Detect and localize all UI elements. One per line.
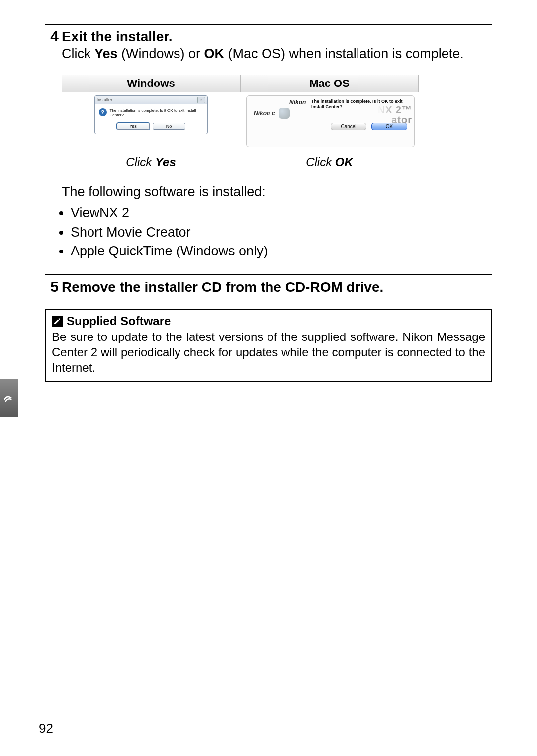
mac-app-icon <box>279 108 290 119</box>
step4-desc-mid2: (Mac OS) when installation is com <box>224 46 431 61</box>
mac-click-bold: OK <box>335 155 353 168</box>
installed-list: ViewNX 2 Short Movie Creator Apple Quick… <box>62 204 492 260</box>
installed-lead: The following software is installed: <box>62 183 492 201</box>
connection-icon <box>2 392 15 405</box>
windows-shot: Installer × ? The installation is comple… <box>62 92 240 151</box>
windows-click-bold: Yes <box>155 155 176 168</box>
step-5: 5 Remove the installer CD from the CD-RO… <box>45 274 492 295</box>
question-icon: ? <box>99 108 107 116</box>
step4-desc-prefix: Click <box>62 46 94 61</box>
windows-close-button[interactable]: × <box>197 97 205 103</box>
step-4: 4 Exit the installer. Click Yes (Windows… <box>45 24 492 63</box>
page: 4 Exit the installer. Click Yes (Windows… <box>0 0 537 756</box>
mac-cancel-button[interactable]: Cancel <box>331 123 366 130</box>
windows-yes-button[interactable]: Yes <box>117 123 150 130</box>
step-4-number: 4 <box>45 28 59 45</box>
pencil-icon <box>52 316 63 327</box>
mac-shot: Nikon The installation is complete. Is i… <box>240 92 419 151</box>
mac-ghost-line1: NX 2™ <box>378 105 412 115</box>
installed-item-3: Apple QuickTime (Windows only) <box>71 242 492 260</box>
step4-desc-mid1: (Windows) or <box>118 46 204 61</box>
installed-software-section: The following software is installed: Vie… <box>62 183 492 260</box>
windows-click-caption: Click Yes <box>126 155 176 169</box>
step-5-title: Remove the installer CD from the CD-ROM … <box>62 279 383 295</box>
mac-installer-dialog: Nikon The installation is complete. Is i… <box>246 95 415 147</box>
mac-brand-small: Nikon c <box>254 110 275 117</box>
windows-dialog-message: The installation is complete. Is it OK t… <box>110 108 204 118</box>
mac-header: Mac OS <box>240 75 419 92</box>
mac-click-text: Click <box>306 155 335 168</box>
windows-dialog-title: Installer <box>97 97 113 102</box>
step-5-number: 5 <box>45 278 59 295</box>
mac-column: Mac OS Nikon The installation is complet… <box>240 75 419 169</box>
mac-brand-top: Nikon <box>289 99 306 106</box>
supplied-software-note: Supplied Software Be sure to update to t… <box>45 309 492 383</box>
windows-click-text: Click <box>126 155 155 168</box>
windows-column: Windows Installer × ? The installation i… <box>62 75 240 169</box>
mac-ok-button[interactable]: OK <box>371 123 407 130</box>
section-tab <box>0 379 18 417</box>
page-number: 92 <box>39 721 53 736</box>
mac-click-caption: Click OK <box>306 155 353 169</box>
installed-item-2: Short Movie Creator <box>71 223 492 241</box>
step4-desc-ok: OK <box>204 46 225 61</box>
mac-background-ghost: NX 2™ ator <box>378 105 412 125</box>
step4-desc-suffix: plete. <box>431 46 464 61</box>
note-body: Be sure to update to the latest versions… <box>52 329 485 376</box>
windows-no-button[interactable]: No <box>153 123 185 130</box>
note-title: Supplied Software <box>67 314 171 328</box>
installed-item-1: ViewNX 2 <box>71 204 492 222</box>
step4-desc-yes: Yes <box>94 46 118 61</box>
step-4-title: Exit the installer. <box>62 29 173 45</box>
step-4-desc: Click Yes (Windows) or OK (Mac OS) when … <box>62 46 492 63</box>
os-screenshots-row: Windows Installer × ? The installation i… <box>62 75 419 169</box>
windows-dialog-titlebar: Installer × <box>95 96 207 104</box>
windows-installer-dialog: Installer × ? The installation is comple… <box>94 95 208 134</box>
windows-header: Windows <box>62 75 240 92</box>
